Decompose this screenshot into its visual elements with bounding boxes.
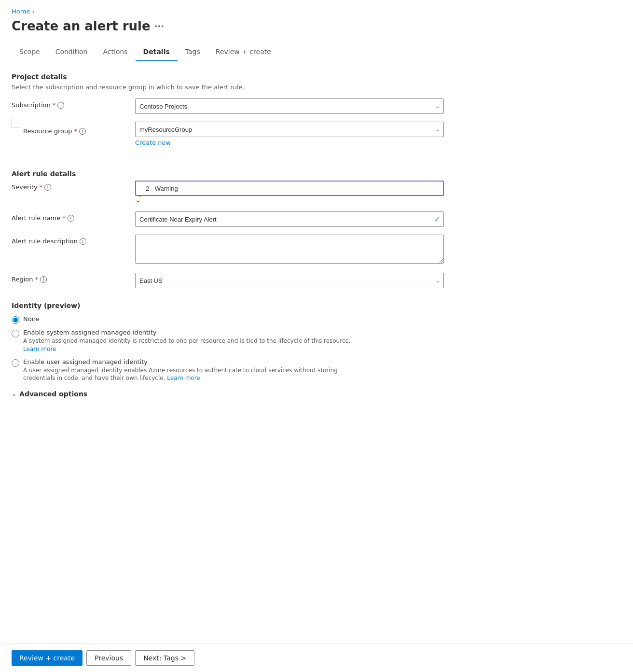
identity-section: Identity (preview) None Enable system as… bbox=[12, 302, 452, 398]
subscription-select[interactable]: Contoso Projects bbox=[135, 98, 444, 114]
alert-rule-name-required: * bbox=[62, 214, 66, 222]
resource-group-select[interactable]: myResourceGroup bbox=[135, 122, 444, 137]
create-new-link[interactable]: Create new bbox=[135, 139, 171, 146]
alert-rule-name-control-wrap: ✓ bbox=[135, 211, 444, 227]
breadcrumb: Home › bbox=[12, 8, 452, 15]
identity-user-assigned-radio[interactable] bbox=[12, 359, 19, 367]
alert-rule-name-input-wrap: ✓ bbox=[135, 211, 444, 227]
breadcrumb-separator: › bbox=[32, 8, 34, 15]
region-row: Region * i East US West US North Europe … bbox=[12, 273, 452, 288]
alert-rule-details-title: Alert rule details bbox=[12, 170, 452, 178]
alert-rule-description-label: Alert rule description i bbox=[12, 235, 127, 245]
identity-system-assigned-label: Enable system assigned managed identity bbox=[23, 329, 361, 336]
section-divider-1 bbox=[12, 160, 452, 160]
severity-control-wrap: 0 - Critical 1 - Error 2 - Warning 3 - I… bbox=[135, 181, 444, 204]
identity-user-assigned-label-wrap: Enable user assigned managed identity A … bbox=[23, 358, 361, 383]
resource-group-control-wrap: myResourceGroup ⌄ Create new bbox=[135, 122, 444, 146]
identity-system-assigned-radio[interactable] bbox=[12, 330, 19, 337]
next-tags-button[interactable]: Next: Tags > bbox=[135, 650, 194, 666]
severity-chevron-icon: ⌄ bbox=[135, 196, 141, 204]
identity-user-assigned-label: Enable user assigned managed identity bbox=[23, 358, 361, 365]
region-select[interactable]: East US West US North Europe West Europe bbox=[135, 273, 444, 288]
identity-none-radio[interactable] bbox=[12, 316, 19, 324]
region-info-icon[interactable]: i bbox=[40, 276, 47, 283]
tab-scope[interactable]: Scope bbox=[12, 43, 48, 61]
tab-review-create[interactable]: Review + create bbox=[208, 43, 279, 61]
region-control-wrap: East US West US North Europe West Europe… bbox=[135, 273, 444, 288]
identity-system-assigned-label-wrap: Enable system assigned managed identity … bbox=[23, 329, 361, 353]
breadcrumb-home-link[interactable]: Home bbox=[12, 8, 30, 15]
previous-button[interactable]: Previous bbox=[86, 650, 131, 666]
more-options-icon[interactable]: ··· bbox=[154, 21, 165, 31]
subscription-row: Subscription * i Contoso Projects ⌄ bbox=[12, 98, 452, 114]
tab-bar: Scope Condition Actions Details Tags Rev… bbox=[12, 43, 452, 61]
region-select-wrapper: East US West US North Europe West Europe… bbox=[135, 273, 444, 288]
advanced-options-label: Advanced options bbox=[19, 390, 87, 398]
resource-group-required: * bbox=[74, 127, 78, 135]
resource-group-indent bbox=[12, 118, 21, 127]
alert-rule-description-row: Alert rule description i bbox=[12, 235, 452, 265]
identity-none-option: None bbox=[12, 315, 452, 324]
subscription-info-icon[interactable]: i bbox=[57, 102, 64, 109]
identity-none-label-wrap: None bbox=[23, 315, 40, 322]
subscription-required: * bbox=[53, 101, 56, 109]
identity-system-assigned-description: A system assigned managed identity is re… bbox=[23, 337, 361, 353]
resource-group-select-wrapper: myResourceGroup ⌄ bbox=[135, 122, 444, 137]
identity-title: Identity (preview) bbox=[12, 302, 452, 309]
page-title: Create an alert rule ··· bbox=[12, 19, 452, 33]
advanced-options-chevron-icon: ⌄ bbox=[12, 391, 16, 397]
tab-condition[interactable]: Condition bbox=[48, 43, 96, 61]
severity-select[interactable]: 0 - Critical 1 - Error 2 - Warning 3 - I… bbox=[135, 181, 444, 196]
alert-rule-name-row: Alert rule name * i ✓ bbox=[12, 211, 452, 227]
resource-group-label-wrap: Resource group * i bbox=[12, 122, 127, 135]
alert-rule-name-check-icon: ✓ bbox=[434, 215, 440, 223]
resource-group-row: Resource group * i myResourceGroup ⌄ Cre… bbox=[12, 122, 452, 146]
alert-rule-name-label: Alert rule name * i bbox=[12, 211, 127, 222]
subscription-control-wrap: Contoso Projects ⌄ bbox=[135, 98, 444, 114]
severity-label: Severity * i bbox=[12, 181, 127, 191]
severity-info-icon[interactable]: i bbox=[44, 184, 51, 191]
severity-required: * bbox=[40, 183, 43, 191]
alert-rule-description-info-icon[interactable]: i bbox=[80, 238, 86, 245]
region-required: * bbox=[35, 276, 39, 283]
identity-user-assigned-description: A user assigned managed identity enables… bbox=[23, 366, 361, 383]
project-details-subtitle: Select the subscription and resource gro… bbox=[12, 84, 452, 91]
advanced-options-toggle[interactable]: ⌄ Advanced options bbox=[12, 390, 452, 398]
identity-system-assigned-option: Enable system assigned managed identity … bbox=[12, 329, 452, 353]
severity-select-wrapper: 0 - Critical 1 - Error 2 - Warning 3 - I… bbox=[135, 181, 444, 204]
alert-rule-description-textarea[interactable] bbox=[135, 235, 444, 264]
identity-none-label: None bbox=[23, 315, 40, 322]
identity-system-assigned-learn-more-link[interactable]: Learn more bbox=[23, 346, 56, 352]
resource-group-label: Resource group * i bbox=[23, 125, 139, 135]
identity-user-assigned-learn-more-link[interactable]: Learn more bbox=[167, 375, 200, 381]
alert-rule-details-section: Alert rule details Severity * i 0 - Crit… bbox=[12, 170, 452, 288]
tab-actions[interactable]: Actions bbox=[95, 43, 135, 61]
severity-row: Severity * i 0 - Critical 1 - Error 2 - … bbox=[12, 181, 452, 204]
alert-rule-name-input[interactable] bbox=[135, 211, 444, 227]
footer-bar: Review + create Previous Next: Tags > bbox=[0, 643, 633, 672]
alert-rule-description-control-wrap bbox=[135, 235, 444, 265]
tab-tags[interactable]: Tags bbox=[178, 43, 208, 61]
tab-details[interactable]: Details bbox=[136, 43, 178, 61]
resource-group-info-icon[interactable]: i bbox=[79, 128, 86, 135]
alert-rule-name-info-icon[interactable]: i bbox=[68, 215, 74, 222]
subscription-select-wrapper: Contoso Projects ⌄ bbox=[135, 98, 444, 114]
identity-user-assigned-option: Enable user assigned managed identity A … bbox=[12, 358, 452, 383]
project-details-section: Project details Select the subscription … bbox=[12, 73, 452, 146]
subscription-label: Subscription * i bbox=[12, 98, 127, 109]
project-details-title: Project details bbox=[12, 73, 452, 81]
review-create-button[interactable]: Review + create bbox=[12, 650, 83, 666]
region-label: Region * i bbox=[12, 273, 127, 283]
